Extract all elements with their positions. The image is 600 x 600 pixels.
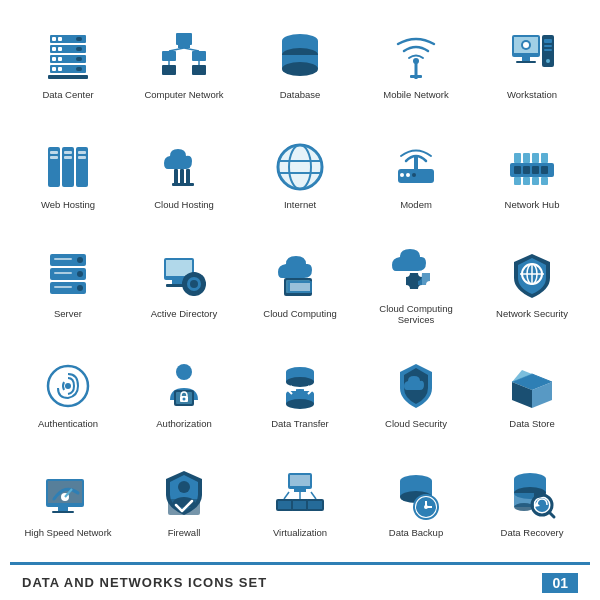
cloud-security-icon xyxy=(388,358,444,414)
svg-rect-136 xyxy=(58,507,68,511)
icon-cell-authorization: Authorization xyxy=(126,339,242,449)
svg-rect-43 xyxy=(544,39,552,43)
svg-rect-11 xyxy=(58,67,62,71)
svg-rect-66 xyxy=(400,173,404,177)
svg-point-159 xyxy=(424,505,428,509)
icon-cell-mobile-network: Mobile Network xyxy=(358,10,474,120)
icon-cell-cloud-computing-services: Cloud Computing Services xyxy=(358,229,474,339)
icon-cell-cloud-computing: Cloud Computing xyxy=(242,229,358,339)
svg-rect-111 xyxy=(290,283,310,291)
svg-point-86 xyxy=(77,257,83,263)
svg-point-118 xyxy=(176,364,192,380)
database-label: Database xyxy=(280,89,321,100)
icon-cell-web-hosting: Web Hosting xyxy=(10,120,126,230)
svg-rect-90 xyxy=(54,272,72,274)
svg-rect-45 xyxy=(544,49,552,51)
data-transfer-icon xyxy=(272,358,328,414)
firewall-label: Firewall xyxy=(168,527,201,538)
data-recovery-icon xyxy=(504,467,560,523)
icon-cell-cloud-security: Cloud Security xyxy=(358,339,474,449)
svg-rect-82 xyxy=(541,177,548,185)
active-directory-icon xyxy=(156,248,212,304)
svg-rect-17 xyxy=(176,33,192,45)
authentication-label: Authentication xyxy=(38,418,98,429)
data-backup-icon xyxy=(388,467,444,523)
icon-cell-network-security: Network Security xyxy=(474,229,590,339)
svg-point-64 xyxy=(278,145,322,189)
svg-rect-16 xyxy=(48,75,88,79)
computer-network-icon xyxy=(156,29,212,85)
svg-rect-34 xyxy=(410,75,422,78)
internet-label: Internet xyxy=(284,199,316,210)
svg-rect-7 xyxy=(52,67,56,71)
icon-cell-firewall: Firewall xyxy=(126,448,242,558)
svg-line-145 xyxy=(311,492,316,499)
server-label: Server xyxy=(54,308,82,319)
svg-rect-142 xyxy=(294,489,306,492)
svg-rect-89 xyxy=(54,258,72,260)
svg-rect-53 xyxy=(50,156,58,159)
workstation-icon xyxy=(504,29,560,85)
svg-rect-139 xyxy=(168,499,200,515)
svg-rect-79 xyxy=(514,177,521,185)
web-hosting-label: Web Hosting xyxy=(41,199,95,210)
svg-rect-4 xyxy=(52,37,56,41)
icon-cell-workstation: Workstation xyxy=(474,10,590,120)
data-recovery-label: Data Recovery xyxy=(501,527,564,538)
svg-rect-18 xyxy=(178,45,190,48)
internet-icon xyxy=(272,139,328,195)
authorization-label: Authorization xyxy=(156,418,211,429)
active-directory-label: Active Directory xyxy=(151,308,218,319)
svg-rect-72 xyxy=(523,166,530,174)
svg-rect-13 xyxy=(76,47,82,51)
svg-rect-9 xyxy=(58,47,62,51)
svg-point-88 xyxy=(77,285,83,291)
svg-line-167 xyxy=(549,512,554,517)
svg-line-23 xyxy=(169,48,184,51)
icon-cell-data-recovery: Data Recovery xyxy=(474,448,590,558)
svg-rect-102 xyxy=(182,282,187,286)
server-icon xyxy=(40,248,96,304)
svg-rect-14 xyxy=(76,57,82,61)
data-store-label: Data Store xyxy=(509,418,554,429)
svg-rect-54 xyxy=(64,156,72,159)
svg-rect-12 xyxy=(76,37,82,41)
svg-rect-67 xyxy=(406,173,410,177)
network-security-label: Network Security xyxy=(496,308,568,319)
svg-rect-103 xyxy=(201,282,206,286)
database-icon xyxy=(272,29,328,85)
svg-rect-10 xyxy=(58,57,62,61)
svg-point-87 xyxy=(77,271,83,277)
svg-rect-74 xyxy=(541,166,548,174)
svg-rect-77 xyxy=(532,153,539,163)
svg-rect-141 xyxy=(290,475,310,486)
main-container: Data Center Computer Network xyxy=(0,0,600,600)
svg-line-143 xyxy=(284,492,289,499)
icons-grid: Data Center Computer Network xyxy=(10,10,590,558)
svg-rect-151 xyxy=(308,501,322,509)
network-hub-icon xyxy=(504,139,560,195)
icon-cell-authentication: Authentication xyxy=(10,339,126,449)
svg-rect-75 xyxy=(514,153,521,163)
svg-rect-19 xyxy=(162,51,176,61)
svg-rect-20 xyxy=(192,51,206,61)
svg-point-46 xyxy=(546,59,550,63)
svg-point-33 xyxy=(413,58,419,64)
svg-rect-78 xyxy=(541,153,548,163)
cloud-hosting-label: Cloud Hosting xyxy=(154,199,214,210)
svg-rect-56 xyxy=(174,169,178,185)
svg-rect-147 xyxy=(278,501,292,509)
cloud-computing-icon xyxy=(272,248,328,304)
virtualization-icon xyxy=(272,467,328,523)
svg-rect-57 xyxy=(180,169,184,185)
svg-point-122 xyxy=(183,397,186,400)
icon-cell-active-directory: Active Directory xyxy=(126,229,242,339)
svg-rect-6 xyxy=(52,57,56,61)
icon-cell-data-transfer: Data Transfer xyxy=(242,339,358,449)
svg-point-138 xyxy=(178,481,190,493)
icon-cell-data-backup: Data Backup xyxy=(358,448,474,558)
svg-rect-51 xyxy=(64,151,72,154)
footer-title: DATA AND NETWORKS ICONS SET xyxy=(22,575,267,590)
svg-rect-68 xyxy=(412,173,416,177)
icon-cell-database: Database xyxy=(242,10,358,120)
